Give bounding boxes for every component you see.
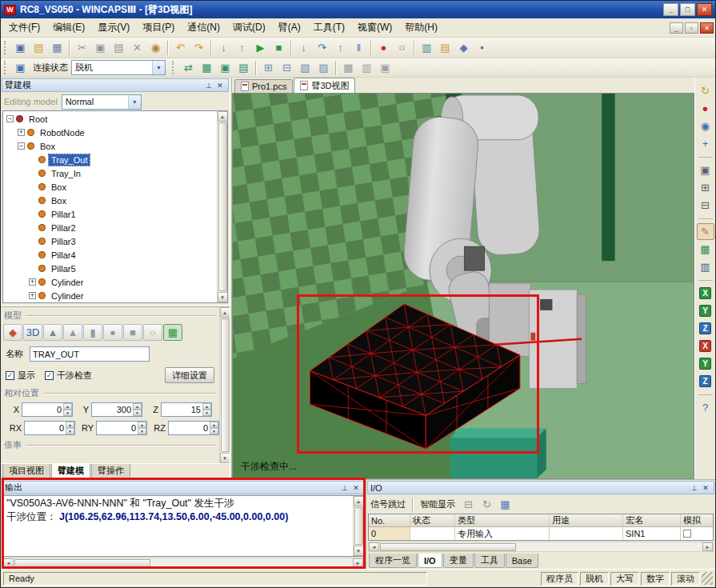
- cut-button[interactable]: ✂: [73, 39, 91, 56]
- menu-item-3[interactable]: 项目(P): [136, 18, 181, 37]
- spin-down-icon[interactable]: ▼: [63, 410, 72, 416]
- pin-icon[interactable]: ⊥: [339, 482, 350, 493]
- spinner[interactable]: ▲▼: [63, 403, 72, 416]
- run-button[interactable]: ▶: [251, 39, 270, 56]
- tree-item-cylinder[interactable]: +Cylinder: [3, 289, 217, 302]
- breakpoint-button[interactable]: ●: [374, 39, 393, 56]
- io-column-header-2[interactable]: 类型: [455, 514, 550, 527]
- detailed-settings-button[interactable]: 详细设置: [165, 367, 214, 383]
- scroll-left-icon[interactable]: ◄: [369, 542, 379, 551]
- document-tab-0[interactable]: Pro1.pcs: [234, 79, 293, 93]
- child-minimize-button[interactable]: _: [670, 22, 683, 34]
- menu-item-9[interactable]: 帮助(H): [398, 18, 444, 37]
- fullscreen-button[interactable]: ▣: [376, 59, 394, 76]
- io-table-row[interactable]: 0专用输入SIN1: [369, 527, 713, 540]
- spinner[interactable]: ▲▼: [133, 403, 142, 416]
- scroll-down-icon[interactable]: ▼: [220, 453, 230, 463]
- shape-capsule-button[interactable]: ○: [143, 324, 162, 341]
- editing-model-combo[interactable]: Normal ▼: [62, 94, 142, 110]
- rotation-field-rz[interactable]: 0▲▼: [168, 421, 219, 435]
- io-column-header-4[interactable]: 宏名: [623, 514, 681, 527]
- draw-button[interactable]: ✎: [697, 223, 714, 240]
- spinner[interactable]: ▲▼: [202, 403, 211, 416]
- toolbar-grip[interactable]: [172, 61, 176, 74]
- scrollbar-thumb[interactable]: [354, 507, 363, 545]
- step-out-button[interactable]: ↑: [331, 39, 350, 56]
- rotate-view-button[interactable]: ↻: [697, 82, 714, 99]
- shape-cylinder-button[interactable]: ▮: [83, 324, 102, 341]
- toolbar-grip[interactable]: [4, 41, 8, 54]
- menu-item-8[interactable]: 视窗(W): [351, 18, 398, 37]
- shape-cone-button[interactable]: ▲: [63, 324, 82, 341]
- tree-item-box[interactable]: Box: [3, 180, 217, 194]
- import-model-button[interactable]: ◆: [3, 324, 22, 341]
- scroll-up-icon[interactable]: ▲: [218, 111, 228, 122]
- scrollbar-thumb[interactable]: [221, 318, 230, 452]
- scroll-up-icon[interactable]: ▲: [354, 496, 364, 506]
- tree-item-box[interactable]: Box: [3, 194, 217, 207]
- view-cascade-button[interactable]: ▧: [296, 59, 314, 76]
- 3d-scene-viewport[interactable]: 干涉检查中...: [232, 93, 694, 479]
- graph-button[interactable]: ▥: [697, 258, 714, 275]
- view-3d-button[interactable]: 3D: [23, 324, 42, 341]
- camera-button[interactable]: ▣: [697, 162, 714, 178]
- region-button[interactable]: ⊟: [697, 197, 714, 214]
- send-button[interactable]: ↑: [233, 39, 251, 56]
- properties-scrollbar[interactable]: ▲ ▼: [219, 307, 230, 463]
- scroll-right-icon[interactable]: ►: [353, 558, 363, 567]
- menu-item-2[interactable]: 显示(V): [91, 18, 136, 37]
- lock-button[interactable]: ▪: [473, 39, 491, 56]
- tree-item-pillar2[interactable]: Pillar2: [3, 221, 217, 234]
- position-field-z[interactable]: 15▲▼: [161, 402, 212, 417]
- minimize-button[interactable]: _: [663, 3, 678, 16]
- left-panel-tab-0[interactable]: 项目视图: [2, 464, 50, 478]
- tree-item-pillar4[interactable]: Pillar4: [3, 248, 217, 262]
- tree-item-cylinder[interactable]: +Cylinder: [3, 275, 217, 289]
- tree-item-box[interactable]: −Box: [3, 139, 217, 153]
- output-log[interactable]: "VS050A3-AV6-NNN-NNN" 和 "Tray_Out" 发生干涉 …: [2, 495, 364, 557]
- receive-button[interactable]: ↓: [214, 39, 233, 56]
- tree-item-pillar1[interactable]: Pillar1: [3, 207, 217, 221]
- menu-item-5[interactable]: 调试(D): [226, 18, 272, 37]
- close-button[interactable]: ✕: [697, 3, 712, 16]
- maximize-button[interactable]: □: [680, 3, 695, 16]
- image-button[interactable]: ▦: [697, 241, 714, 258]
- pan-view-button[interactable]: +: [697, 135, 714, 152]
- scrollbar-thumb[interactable]: [218, 122, 227, 291]
- io-pause-monitor-button[interactable]: ⊟: [459, 496, 478, 513]
- io-column-header-0[interactable]: No.: [369, 514, 410, 527]
- left-panel-tab-2[interactable]: 臂操作: [91, 464, 130, 478]
- axis-z-minus-button[interactable]: Z: [697, 373, 714, 390]
- io-settings-button[interactable]: ▦: [496, 496, 514, 513]
- io-column-header-3[interactable]: 用途: [550, 514, 623, 527]
- child-close-button[interactable]: ✕: [700, 22, 714, 34]
- pin-icon[interactable]: ⊥: [689, 482, 700, 493]
- spinner[interactable]: ▲▼: [66, 422, 74, 434]
- axis-x-plus-button[interactable]: X: [697, 285, 714, 302]
- dock-tab-0[interactable]: 程序一览: [369, 554, 417, 568]
- spin-up-icon[interactable]: ▲: [133, 403, 142, 410]
- view-tile-button[interactable]: ▨: [314, 59, 333, 76]
- view-split-button[interactable]: ⊟: [278, 59, 296, 76]
- layout-load-button[interactable]: ▥: [358, 59, 376, 76]
- scroll-up-icon[interactable]: ▲: [220, 307, 230, 318]
- save-all-button[interactable]: ▦: [48, 39, 66, 56]
- dock-tab-3[interactable]: 工具: [474, 554, 505, 568]
- tree-expander-icon[interactable]: +: [29, 278, 36, 286]
- paste-button[interactable]: ▤: [110, 39, 128, 56]
- shape-triangle-button[interactable]: ▲: [43, 324, 62, 341]
- position-field-x[interactable]: 0▲▼: [22, 402, 73, 417]
- axis-y-minus-button[interactable]: Y: [697, 355, 714, 372]
- dock-tab-2[interactable]: 变量: [443, 554, 474, 568]
- tree-expander-icon[interactable]: −: [6, 115, 14, 122]
- redo-button[interactable]: ↷: [190, 39, 208, 56]
- variable-watch-button[interactable]: ▤: [436, 39, 454, 56]
- signal-skip-label[interactable]: 信号跳过: [370, 498, 406, 510]
- menu-item-0[interactable]: 文件(F): [2, 18, 46, 37]
- spinner[interactable]: ▲▼: [138, 422, 146, 434]
- close-icon[interactable]: ✕: [214, 80, 226, 90]
- axis-y-plus-button[interactable]: Y: [697, 302, 714, 319]
- io-column-header-1[interactable]: 状态: [410, 514, 455, 527]
- chevron-down-icon[interactable]: ▼: [152, 61, 165, 74]
- position-field-y[interactable]: 300▲▼: [91, 402, 142, 417]
